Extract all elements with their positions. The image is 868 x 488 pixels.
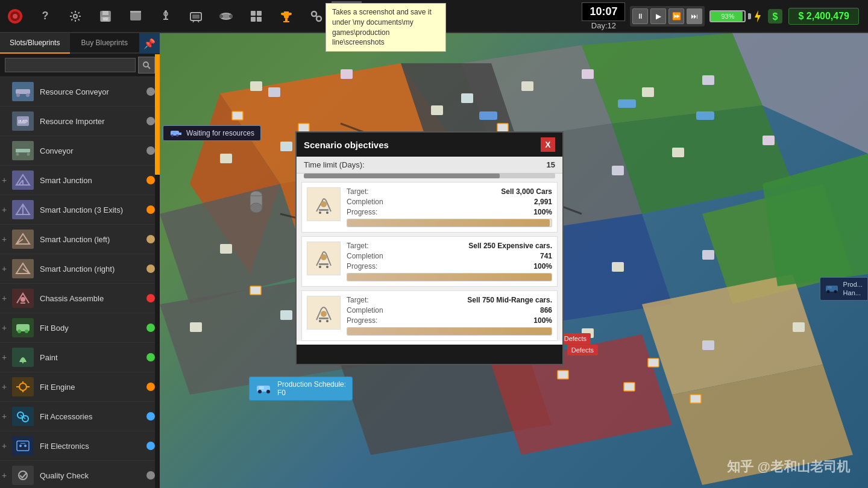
smart-junction-3exits-icon [11, 199, 35, 221]
sidebar-scroll-thumb[interactable] [155, 54, 160, 175]
objective-3-icon [307, 296, 341, 330]
objective-1-target-row: Target: Sell 3,000 Cars [347, 187, 552, 196]
svg-point-98 [229, 14, 233, 18]
sidebar: Slots/Blueprints Buy Blueprints 📌 Resour… [0, 33, 160, 488]
app-icon[interactable] [0, 1, 30, 31]
obj2-progress-fill [347, 274, 552, 281]
svg-rect-101 [251, 17, 256, 22]
smart-junction-3exits-add-icon[interactable]: + [0, 195, 8, 224]
scenario-close-button[interactable]: X [541, 137, 555, 152]
smart-junction-right-add-icon[interactable]: + [0, 254, 8, 283]
quality-check-label: Quality Check [40, 471, 144, 480]
settings-icon[interactable] [60, 1, 90, 31]
play-button[interactable]: ▶ [650, 8, 666, 24]
conveyor-dot [146, 146, 155, 155]
time-limit-value: 15 [547, 160, 555, 169]
help-icon[interactable]: ? [30, 1, 60, 31]
fit-accessories-add-icon[interactable]: + [0, 402, 8, 431]
quality-check-add-icon[interactable]: + [0, 461, 8, 488]
sidebar-item-smart-junction[interactable]: + Smart Junction [0, 166, 160, 195]
sidebar-item-paint[interactable]: + Paint [0, 343, 160, 372]
playback-controls: ⏸ ▶ ⏩ ⏭ [630, 6, 705, 27]
smart-junction-icon [11, 169, 35, 191]
obj3-progress-bar [347, 327, 552, 336]
save-icon[interactable] [90, 1, 121, 31]
svg-point-179 [326, 320, 329, 322]
search-input[interactable] [5, 58, 136, 72]
sidebar-item-quality-check[interactable]: + Quality Check [0, 461, 160, 488]
sidebar-item-conveyor[interactable]: Conveyor [0, 136, 160, 166]
tab-buy-blueprints[interactable]: Buy Blueprints [70, 33, 140, 54]
fit-engine-add-icon[interactable]: + [0, 372, 8, 401]
objective-1-progress-row: Progress: 100% [347, 208, 552, 216]
defects-bubble-1[interactable]: Defects [560, 333, 591, 344]
time-progress-bar [304, 174, 555, 178]
svg-point-143 [17, 330, 21, 333]
fit-body-add-icon[interactable]: + [0, 313, 8, 342]
layers-icon[interactable] [121, 1, 151, 31]
svg-point-186 [834, 290, 837, 293]
smart-junction-dot [146, 176, 155, 184]
sidebar-item-resource-conveyor[interactable]: Resource Conveyor [0, 77, 160, 107]
obj2-progress-key: Progress: [347, 262, 377, 271]
time-progress-fill [304, 174, 500, 178]
car-top-icon[interactable] [211, 1, 241, 31]
prod-schedule-text: Production Schedule: F0 [277, 380, 346, 397]
sidebar-item-fit-electronics[interactable]: + Fit Electronics [0, 431, 160, 461]
sidebar-item-smart-junction-left[interactable]: + Smart Junction (left) [0, 225, 160, 254]
svg-point-80 [74, 14, 77, 18]
smart-junction-add-icon[interactable]: + [0, 166, 8, 195]
search-button[interactable] [138, 57, 155, 74]
resource-conveyor-dot [146, 87, 155, 96]
tv-icon[interactable] [181, 1, 211, 31]
svg-point-178 [319, 320, 321, 322]
pause-button[interactable]: ⏸ [632, 8, 648, 24]
paint-add-icon[interactable]: + [0, 343, 8, 372]
time-day-display: 10:07 Day:12 [582, 2, 625, 30]
production-schedule-bubble[interactable]: Production Schedule: F0 [249, 377, 353, 401]
smart-junction-right-label: Smart Junction (right) [40, 264, 144, 274]
day-display: Day:12 [591, 21, 616, 30]
sidebar-item-chassis-assemble[interactable]: + Chassis Assemble [0, 284, 160, 313]
sidebar-item-fit-accessories[interactable]: + Fit Accessories [0, 402, 160, 431]
obj1-target-key: Target: [347, 187, 369, 196]
obj2-completion-key: Completion [347, 252, 383, 260]
defects-bubble-2[interactable]: Defects [567, 345, 598, 355]
sidebar-item-fit-engine[interactable]: + Fit Engine [0, 372, 160, 402]
pin-button[interactable]: 📌 [139, 33, 160, 54]
dollar-icon: $ [767, 8, 784, 25]
sidebar-scrollbar[interactable] [155, 54, 160, 488]
microscope-icon[interactable] [151, 1, 181, 31]
fit-electronics-add-icon[interactable]: + [0, 431, 8, 460]
sidebar-item-smart-junction-3exits[interactable]: + Smart Junction (3 Exits) [0, 195, 160, 225]
svg-point-124 [16, 93, 20, 97]
obj3-progress-val: 100% [533, 316, 552, 325]
grid-view-icon[interactable] [241, 1, 271, 31]
chassis-assemble-add-icon[interactable]: + [0, 284, 8, 313]
svg-rect-86 [130, 11, 141, 13]
faster-forward-button[interactable]: ⏭ [687, 8, 702, 24]
sidebar-item-resource-importer[interactable]: IMP Resource Importer [0, 107, 160, 136]
fast-forward-button[interactable]: ⏩ [668, 8, 684, 24]
conveyor-label: Conveyor [40, 146, 144, 155]
obj3-completion-key: Completion [347, 306, 383, 314]
svg-rect-128 [16, 149, 30, 152]
svg-point-182 [266, 390, 270, 393]
screenshot-tooltip: Takes a screenshot and save it under \my… [326, 3, 446, 52]
objective-2-icon [307, 242, 341, 275]
product-card[interactable]: Prod... Han... [820, 277, 868, 301]
smart-junction-left-add-icon[interactable]: + [0, 225, 8, 254]
tab-slots-blueprints[interactable]: Slots/Blueprints [0, 33, 70, 54]
sidebar-item-fit-body[interactable]: + Fit Body [0, 313, 160, 343]
resource-importer-dot [146, 117, 155, 125]
chassis-assemble-label: Chassis Assemble [40, 294, 144, 303]
trophy-icon[interactable] [271, 1, 301, 31]
scenario-modal[interactable]: Scenario objectives X Time limit (Days):… [295, 131, 564, 365]
svg-point-168 [319, 211, 321, 214]
sidebar-list[interactable]: Resource Conveyor IMP Resource Importer … [0, 77, 160, 488]
smart-junction-right-icon [11, 258, 35, 280]
svg-point-129 [16, 153, 19, 156]
sidebar-item-smart-junction-right[interactable]: + Smart Junction (right) [0, 254, 160, 284]
fit-engine-icon [11, 376, 35, 398]
fit-electronics-icon [11, 435, 35, 457]
